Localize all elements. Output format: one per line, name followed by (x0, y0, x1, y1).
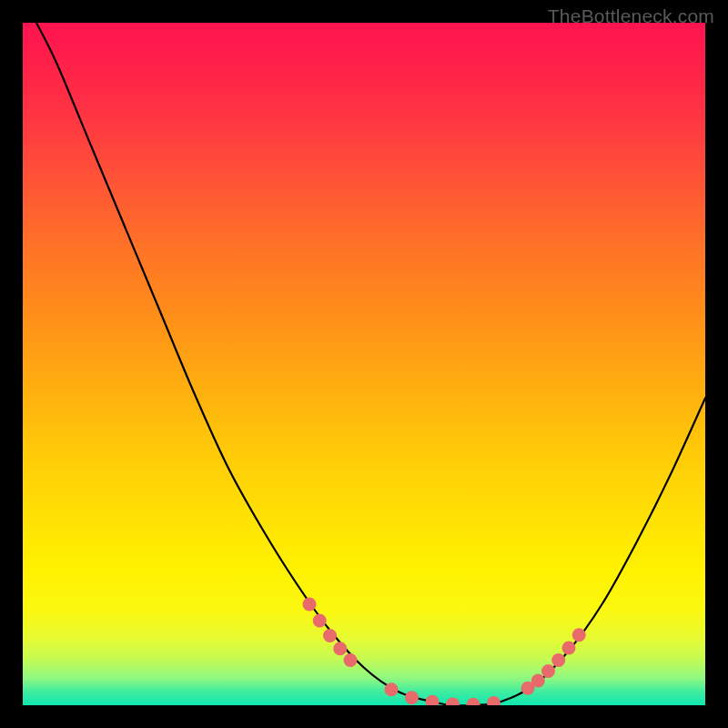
marker-dot (313, 614, 327, 628)
marker-dot (344, 653, 358, 667)
marker-dot (405, 691, 419, 704)
marker-dot (303, 598, 317, 612)
chart-svg (23, 23, 705, 705)
bottleneck-curve (36, 23, 705, 705)
plot-area (23, 23, 705, 705)
marker-dot (541, 664, 555, 678)
marker-dot (333, 642, 347, 655)
marker-dot (323, 629, 337, 642)
marker-dot (531, 674, 545, 688)
watermark-text: TheBottleneck.com (548, 5, 714, 27)
marker-dot (467, 698, 480, 705)
marker-dot (572, 628, 586, 642)
marker-dot (426, 695, 440, 705)
marker-dot (446, 697, 460, 705)
marker-dot (487, 696, 500, 705)
marker-dot (551, 653, 565, 667)
marker-dot (562, 642, 576, 655)
highlight-markers (303, 598, 586, 706)
marker-dot (385, 682, 399, 696)
